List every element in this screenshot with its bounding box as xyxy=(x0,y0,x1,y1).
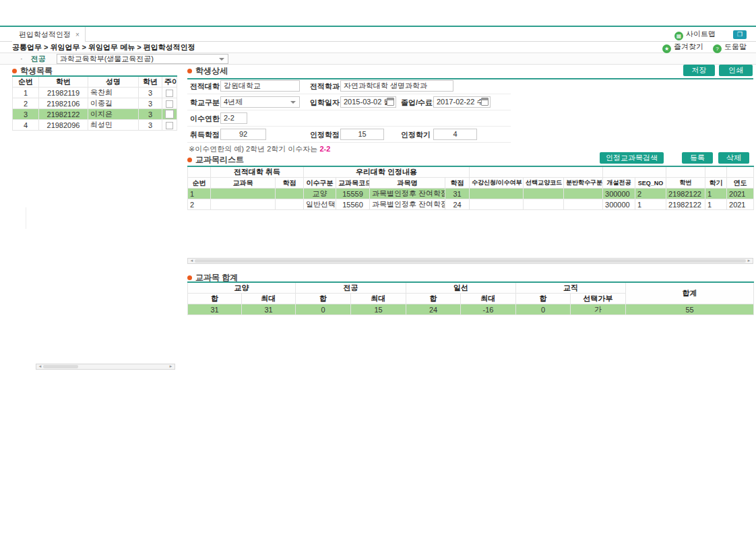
total-group-header: 교직 xyxy=(516,282,626,294)
scroll-left-icon[interactable]: ◄ xyxy=(189,259,195,263)
cell-daynight xyxy=(162,120,177,131)
col-header: 개설전공 xyxy=(603,178,635,189)
col-header: 교과목 xyxy=(211,178,276,189)
col-header: 선택교양코드 xyxy=(524,178,564,189)
tab-close-icon[interactable]: × xyxy=(75,31,80,38)
cell-grade: 3 xyxy=(139,109,162,120)
cell-daynight xyxy=(162,98,177,109)
favorites-link[interactable]: ★즐겨찾기 xyxy=(662,42,703,53)
cell-daynight xyxy=(162,109,177,120)
scroll-right-icon[interactable]: ► xyxy=(746,259,752,263)
cell-student-id: 21982122 xyxy=(39,109,88,120)
group-header-empty xyxy=(705,166,727,178)
calendar-icon[interactable] xyxy=(387,98,394,106)
accepted-terms-field[interactable]: 4 xyxy=(433,129,477,140)
earned-credits-field[interactable]: 92 xyxy=(220,129,266,140)
course-total-table: 교양 전공 일선 교직 합계 합 최대 합 최대 합 최대 합 선택가부 31 … xyxy=(187,281,754,315)
tab-bar: 편입학성적인정 × ▦사이트맵 ❐ xyxy=(0,27,756,42)
day-night-checkbox[interactable] xyxy=(166,90,173,97)
accepted-credits-field[interactable]: 15 xyxy=(340,129,384,140)
prev-department-field[interactable]: 자연과학대학 생명과학과 xyxy=(340,80,453,92)
col-header: 순번 xyxy=(13,76,39,88)
student-list-table: 순번 학번 성명 학년 주야 1 21982119 옥찬희 3 2 219821… xyxy=(12,75,177,131)
label-admission-date: 입학일자 xyxy=(310,98,340,108)
cell-grade: 3 xyxy=(139,120,162,131)
cell-student-id: 21982119 xyxy=(39,88,88,98)
col-header: 주야 xyxy=(162,76,177,88)
day-night-checkbox[interactable] xyxy=(165,110,174,119)
cell-no: 1 xyxy=(13,88,39,98)
total-sum-header: 합계 xyxy=(626,282,754,304)
search-accepted-courses-button[interactable]: 인정교과목검색 xyxy=(600,152,664,164)
course-list-hscrollbar[interactable]: ◄ ► xyxy=(187,258,753,264)
student-row[interactable]: 4 21982096 최성민 3 xyxy=(13,120,177,131)
group-header-empty xyxy=(603,166,666,178)
student-row[interactable]: 2 21982106 이종길 3 xyxy=(13,98,177,109)
cell-no: 3 xyxy=(13,109,39,120)
calendar-icon[interactable] xyxy=(481,98,489,106)
save-button[interactable]: 저장 xyxy=(683,65,715,76)
delete-button[interactable]: 삭제 xyxy=(718,152,749,164)
total-sum-value: 55 xyxy=(626,304,754,315)
cell-name: 옥찬희 xyxy=(88,88,139,98)
col-header: 학점 xyxy=(445,178,470,189)
cell-student-id: 21982106 xyxy=(39,98,88,109)
breadcrumb-bar: 공통업무 > 위임업무 > 위임업무 메뉴 > 편입학성적인정 ★즐겨찾기 ?도… xyxy=(0,42,756,53)
study-period-field[interactable]: 2-2 xyxy=(220,112,247,124)
student-list-hscrollbar[interactable]: ◄ ► xyxy=(36,364,175,370)
help-link[interactable]: ?도움말 xyxy=(713,42,747,53)
total-group-header: 전공 xyxy=(296,282,406,294)
group-header-prev: 전적대학 취득 xyxy=(211,166,304,178)
day-night-checkbox[interactable] xyxy=(166,122,173,129)
major-filter-label: 전공 xyxy=(31,54,46,64)
cell-daynight xyxy=(162,88,177,98)
student-row[interactable]: 1 21982119 옥찬희 3 xyxy=(13,88,177,98)
course-row-selected[interactable]: 1 교양 15559 과목별인정후 잔여학점(교양) 31 300000 2 2… xyxy=(188,189,754,199)
col-header: 연도 xyxy=(727,178,754,189)
total-group-header: 일선 xyxy=(406,282,516,294)
cell-name: 최성민 xyxy=(88,120,139,131)
faint-vertical-scrollbar xyxy=(26,207,26,229)
col-header: 학점 xyxy=(276,178,304,189)
course-row[interactable]: 2 일반선택 15560 과목별인정후 잔여학점(일선) 24 300000 1… xyxy=(188,199,754,210)
col-header: 과목명 xyxy=(370,178,445,189)
study-period-note: ※이수연한의 예) 2학년 2학기 이수자는 2-2 xyxy=(189,144,330,154)
scrollbar-thumb[interactable] xyxy=(195,259,746,263)
scroll-left-icon[interactable]: ◄ xyxy=(37,364,43,369)
col-header: 학년 xyxy=(139,76,162,88)
group-header-empty xyxy=(666,166,705,178)
sitemap-link[interactable]: ▦사이트맵 xyxy=(674,29,716,40)
student-row-selected[interactable]: 3 21982122 이지은 3 xyxy=(13,109,177,120)
sitemap-label: 사이트맵 xyxy=(686,30,716,38)
total-sub-header: 합 xyxy=(296,294,351,304)
tab-transfer-credit[interactable]: 편입학성적인정 × xyxy=(12,27,86,42)
tab-label: 편입학성적인정 xyxy=(19,30,71,40)
col-header: 순번 xyxy=(188,178,211,189)
student-detail-title: 학생상세 xyxy=(187,65,228,77)
filter-bar: · 전공 과학교육학부(생물교육전공) xyxy=(0,53,756,65)
section-bullet-icon xyxy=(187,275,192,280)
filter-dot: · xyxy=(20,55,23,63)
school-type-select[interactable]: 4년제 xyxy=(220,96,300,108)
label-prev-department: 전적학과 xyxy=(310,81,340,92)
total-sub-header: 최대 xyxy=(242,294,296,304)
chevron-down-icon xyxy=(290,101,296,104)
cell-no: 4 xyxy=(13,120,39,131)
favorites-icon: ★ xyxy=(662,44,671,53)
popup-window-icon[interactable]: ❐ xyxy=(733,30,747,39)
major-select[interactable]: 과학교육학부(생물교육전공) xyxy=(57,54,228,64)
label-accepted-terms: 인정학기 xyxy=(401,130,431,140)
prev-university-field[interactable]: 강원대학교 xyxy=(220,80,300,92)
course-list-title: 교과목리스트 xyxy=(187,154,244,166)
print-button[interactable]: 인쇄 xyxy=(719,65,753,76)
scroll-right-icon[interactable]: ► xyxy=(168,364,174,369)
label-school-type: 학교구분 xyxy=(190,98,220,108)
course-list-table: 전적대학 취득 우리대학 인정내용 순번 교과목 학점 이수구분 교과목코드 과… xyxy=(187,166,754,210)
group-header-empty xyxy=(188,166,211,178)
label-study-period: 이수연한 xyxy=(190,114,220,124)
col-header: 성명 xyxy=(88,76,139,88)
day-night-checkbox[interactable] xyxy=(166,100,173,108)
register-button[interactable]: 등록 xyxy=(682,152,713,164)
scrollbar-thumb[interactable] xyxy=(43,365,78,368)
col-header: SEQ_NO xyxy=(635,178,666,189)
